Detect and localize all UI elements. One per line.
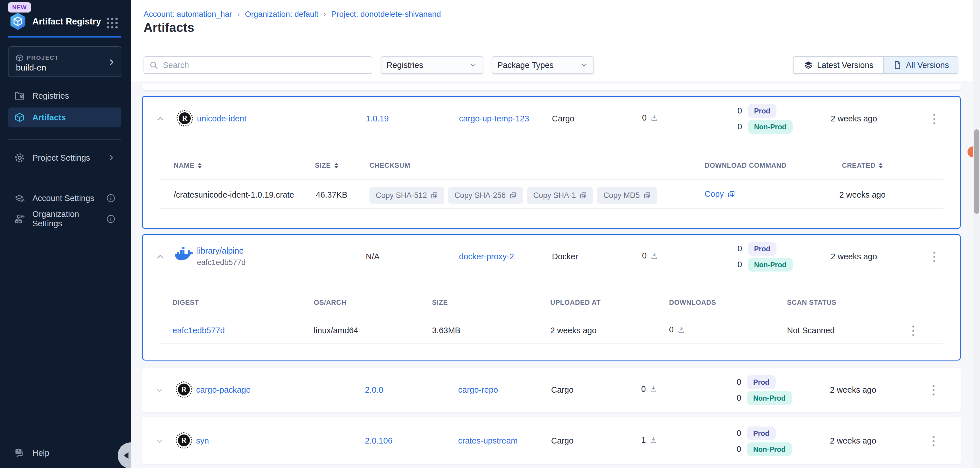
latest-versions-label: Latest Versions: [817, 60, 873, 70]
column-header-checksum: CHECKSUM: [369, 161, 410, 169]
prod-count: 0: [729, 244, 742, 253]
uploaded-time: 2 weeks ago: [550, 326, 597, 335]
copy-sha256-button[interactable]: Copy SHA-256: [448, 187, 523, 204]
layers-gear-icon: [14, 193, 25, 204]
scrollbar-track[interactable]: [973, 0, 980, 468]
updated-time: 2 weeks ago: [831, 252, 877, 261]
app-switcher-grid-icon[interactable]: [107, 18, 118, 29]
package-type: Cargo: [551, 436, 574, 446]
chevron-right-icon: [107, 58, 116, 68]
info-icon: [106, 214, 116, 224]
manifest-size: 3.63MB: [432, 326, 460, 335]
sidebar-item-account-settings[interactable]: Account Settings: [8, 188, 121, 208]
artifacts-cube-icon: [14, 112, 25, 123]
registries-filter-dropdown[interactable]: Registries: [381, 56, 483, 74]
sort-icon[interactable]: [198, 163, 202, 168]
collapse-row-chevron-up-icon[interactable]: [156, 252, 165, 261]
copy-md5-button[interactable]: Copy MD5: [597, 187, 657, 204]
download-icon: [650, 252, 659, 260]
row-menu-kebab-icon[interactable]: [930, 113, 938, 126]
collapse-row-chevron-up-icon[interactable]: [156, 114, 165, 124]
non-prod-badge: Non-Prod: [748, 120, 793, 134]
artifact-version-link[interactable]: 2.0.0: [365, 385, 383, 395]
artifact-version-link[interactable]: 2.0.106: [365, 436, 393, 446]
sort-icon[interactable]: [879, 163, 883, 168]
column-header-name: NAME: [173, 161, 202, 169]
cargo-rust-icon: R: [176, 381, 192, 398]
expand-row-chevron-down-icon[interactable]: [154, 385, 164, 395]
prod-count: 0: [728, 377, 741, 387]
row-menu-kebab-icon[interactable]: [929, 435, 937, 447]
package-type: Docker: [552, 252, 578, 261]
package-types-filter-dropdown[interactable]: Package Types: [492, 56, 594, 74]
breadcrumb-account-link[interactable]: Account: automation_har: [143, 10, 232, 19]
copy-sha1-button[interactable]: Copy SHA-1: [527, 187, 593, 204]
project-name: build-en: [16, 63, 46, 73]
prod-badge: Prod: [747, 427, 776, 440]
row-menu-kebab-icon[interactable]: [909, 325, 917, 337]
breadcrumb-project-link[interactable]: Project: donotdelete-shivanand: [331, 10, 441, 19]
non-prod-count: 0: [728, 444, 741, 454]
registry-link[interactable]: crates-upstream: [458, 436, 518, 446]
all-versions-button[interactable]: All Versions: [883, 57, 958, 73]
non-prod-count: 0: [728, 393, 741, 403]
registry-link[interactable]: cargo-repo: [458, 385, 498, 395]
digest-link[interactable]: eafc1edb577d: [172, 326, 225, 335]
copy-icon: [509, 192, 517, 199]
sort-icon[interactable]: [334, 163, 338, 168]
updated-time: 2 weeks ago: [830, 436, 876, 446]
column-header-os-arch: OS/ARCH: [314, 299, 347, 307]
collapse-arrow-icon: [124, 452, 129, 459]
project-cube-icon: [15, 54, 24, 62]
breadcrumb-separator: ›: [237, 10, 240, 19]
sidebar-item-label: Organization Settings: [32, 210, 99, 228]
sidebar-item-registries[interactable]: Registries: [8, 86, 121, 106]
artifact-name-link[interactable]: unicode-ident: [197, 114, 247, 123]
updated-time: 2 weeks ago: [831, 114, 877, 123]
copy-sha512-button[interactable]: Copy SHA-512: [369, 187, 444, 204]
row-menu-kebab-icon[interactable]: [929, 384, 937, 396]
org-chart-gear-icon: [14, 213, 25, 224]
downloads-count: 1: [641, 435, 658, 445]
help-button[interactable]: ? Help: [8, 443, 121, 463]
row-menu-kebab-icon[interactable]: [930, 250, 938, 263]
package-type: Cargo: [552, 114, 574, 123]
project-label: PROJECT: [27, 54, 59, 61]
sidebar-item-organization-settings[interactable]: Organization Settings: [8, 209, 121, 229]
app-title: Artifact Registry: [32, 16, 101, 27]
prod-count: 0: [729, 106, 742, 115]
svg-text:?: ?: [17, 449, 20, 454]
search-input[interactable]: [162, 60, 367, 70]
artifact-version: N/A: [366, 252, 379, 261]
column-header-download-command: DOWNLOAD COMMAND: [705, 161, 786, 169]
column-header-uploaded-at: UPLOADED AT: [550, 299, 601, 307]
artifact-name-link[interactable]: cargo-package: [196, 385, 251, 395]
project-selector[interactable]: PROJECT build-en: [8, 46, 121, 77]
latest-versions-button[interactable]: Latest Versions: [794, 57, 883, 73]
app-logo-cube-icon: [8, 12, 27, 32]
artifact-version-link[interactable]: 1.0.19: [366, 114, 389, 123]
registries-folder-icon: [14, 91, 25, 101]
artifact-name-link[interactable]: syn: [196, 436, 209, 446]
versions-toggle: Latest Versions All Versions: [793, 56, 958, 74]
breadcrumb-separator: ›: [323, 10, 326, 19]
breadcrumb-org-link[interactable]: Organization: default: [245, 10, 318, 19]
sidebar-item-artifacts[interactable]: Artifacts: [8, 107, 121, 127]
registry-link[interactable]: cargo-up-temp-123: [459, 114, 529, 123]
scan-status: Not Scanned: [787, 326, 835, 335]
column-header-created: CREATED: [842, 161, 883, 169]
scrollbar-thumb[interactable]: [974, 129, 979, 214]
info-icon: [106, 193, 116, 203]
registry-link[interactable]: docker-proxy-2: [459, 252, 514, 261]
sidebar-item-project-settings[interactable]: Project Settings: [8, 148, 121, 168]
column-header-size: SIZE: [432, 299, 448, 307]
copy-download-command-button[interactable]: Copy: [705, 189, 735, 199]
chevron-right-icon: [107, 154, 116, 162]
new-badge: NEW: [8, 2, 31, 13]
package-types-filter-label: Package Types: [497, 60, 554, 70]
non-prod-count: 0: [729, 122, 742, 131]
prod-badge: Prod: [747, 375, 776, 389]
breadcrumb: Account: automation_har › Organization: …: [143, 10, 441, 19]
artifact-name-link[interactable]: library/alpine: [197, 246, 243, 256]
expand-row-chevron-down-icon[interactable]: [154, 436, 164, 446]
